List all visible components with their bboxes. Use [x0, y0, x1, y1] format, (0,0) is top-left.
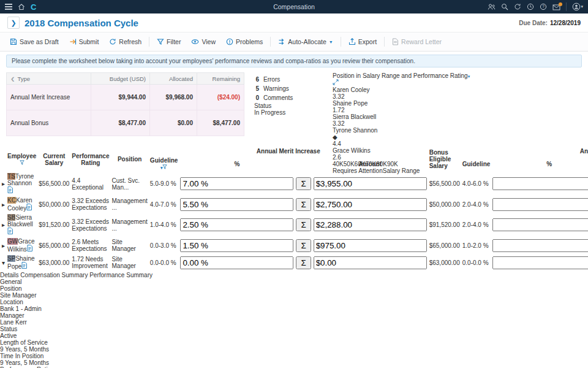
auto-allocate-icon: [278, 38, 285, 45]
merit-percent-input[interactable]: [180, 239, 293, 252]
collapse-summary-icon[interactable]: ❮: [10, 77, 15, 82]
issue-errors[interactable]: 6Errors: [254, 75, 323, 84]
filter-icon: [157, 38, 164, 45]
avatar: SP: [7, 255, 15, 262]
sync-icon[interactable]: [514, 3, 521, 10]
row-expander[interactable]: ▸: [1, 213, 6, 236]
tab-performance-summary[interactable]: Performance Summary: [89, 272, 153, 278]
budget-row-merit[interactable]: Annual Merit Increase $9,944.00 $9,968.0…: [7, 85, 244, 110]
rating-badge: 3.32: [333, 120, 472, 127]
merit-percent-input[interactable]: [180, 218, 293, 231]
position-cell: Management ...: [111, 196, 148, 212]
bonus-percent-input[interactable]: [492, 256, 588, 269]
current-salary-cell: $63,000.00: [38, 255, 70, 270]
budget-row-bonus[interactable]: Annual Bonus $8,477.00 $0.00 $8,477.00: [7, 110, 244, 136]
filter-funnel-icon[interactable]: [20, 159, 24, 166]
search-icon[interactable]: [501, 3, 508, 10]
merit-amount-input[interactable]: [314, 218, 427, 231]
performance-rating-link[interactable]: 3.32 Exceeds Expectations: [71, 213, 110, 236]
page-title: 2018 Compensation Cycle: [24, 18, 138, 28]
issue-warnings[interactable]: 5Warnings: [254, 84, 323, 93]
reward-letter-button[interactable]: Reward Letter: [387, 36, 447, 48]
merit-sum-button[interactable]: Σ: [296, 239, 311, 252]
people-icon[interactable]: [488, 3, 496, 10]
merit-sum-button[interactable]: Σ: [296, 218, 311, 231]
bonus-percent-input[interactable]: [492, 239, 588, 252]
submit-icon: [69, 38, 77, 45]
row-expander[interactable]: ▸: [1, 196, 6, 212]
notes-icon[interactable]: [26, 205, 32, 212]
bonus-percent-input[interactable]: [492, 177, 588, 190]
merit-percent-input[interactable]: [180, 256, 293, 269]
employee-row[interactable]: ▸GWGrace Wilkins$65,000.002.6 Meets Expe…: [1, 237, 588, 253]
position-cell: Cust. Svc. Man...: [111, 172, 148, 195]
performance-rating-link[interactable]: 3.32 Exceeds Expectations: [71, 196, 110, 212]
chart-legend-item: Salary Range: [383, 167, 420, 174]
bonus-percent-input[interactable]: [492, 198, 588, 211]
chart-row[interactable]: Karen Cooley3.32: [333, 86, 472, 100]
merit-amount-input[interactable]: [314, 198, 427, 211]
clock-icon[interactable]: [527, 3, 534, 10]
chart-menu-caret[interactable]: ▾: [468, 74, 470, 79]
notes-icon[interactable]: [27, 246, 32, 253]
general-field-row: Time In Position9 Years, 5 Months: [0, 353, 588, 366]
employee-row[interactable]: ▸KCKaren Cooley$50,000.003.32 Exceeds Ex…: [1, 196, 588, 212]
bonus-eligible-cell: $50,000.00: [429, 196, 461, 212]
merit-amount-input[interactable]: [314, 256, 427, 269]
profile-icon[interactable]: ▾: [572, 2, 583, 11]
export-icon: [349, 38, 356, 45]
general-panel: General PositionSite ManagerLocationBank…: [0, 278, 588, 368]
export-button[interactable]: Export: [344, 36, 382, 48]
notes-icon[interactable]: [7, 188, 13, 194]
performance-rating-link[interactable]: 4.4 Exceptional: [71, 172, 110, 195]
performance-rating-link[interactable]: 2.6 Meets Expectations: [71, 237, 110, 253]
bonus-guideline-cell: 2.0-4.0 %: [462, 213, 491, 236]
expand-cycle-icon[interactable]: ❯: [7, 17, 20, 29]
row-expander[interactable]: ▸: [1, 172, 6, 195]
submit-button[interactable]: Submit: [64, 36, 104, 48]
refresh-button[interactable]: Refresh: [104, 36, 146, 48]
help-icon[interactable]: ?: [540, 3, 547, 10]
performance-rating-link[interactable]: 1.72 Needs Improvement: [71, 255, 110, 270]
chart-row[interactable]: Tyrone Shannon◆4.4: [333, 127, 472, 147]
employee-header: Employee: [7, 153, 36, 159]
chart-legend-item: Requires Attention: [333, 167, 383, 174]
merit-sum-button[interactable]: Σ: [296, 177, 311, 190]
view-button[interactable]: View: [186, 36, 221, 48]
row-expander[interactable]: ▸: [1, 237, 6, 253]
notes-icon[interactable]: [7, 229, 13, 236]
merit-amount-input[interactable]: [314, 239, 427, 252]
salary-range-chart: Position in Salary Range and Performance…: [333, 72, 472, 145]
avatar: SB: [7, 214, 15, 221]
filter-button[interactable]: Filter: [152, 36, 186, 48]
employee-row[interactable]: ▸SBSierra Blackwell$91,520.003.32 Exceed…: [1, 213, 588, 236]
tab-details[interactable]: Details: [0, 272, 19, 278]
mail-icon[interactable]: [552, 4, 560, 10]
employee-row[interactable]: ▾SPShaine Pope$63,000.001.72 Needs Impro…: [1, 255, 588, 270]
tab-compensation-summary[interactable]: Compensation Summary: [20, 272, 88, 278]
rating-badge: 3.32: [333, 93, 472, 100]
general-field-row: PositionSite Manager: [0, 285, 588, 299]
merit-sum-button[interactable]: Σ: [296, 256, 311, 269]
save-as-draft-button[interactable]: Save as Draft: [5, 36, 64, 48]
detail-panels: General PositionSite ManagerLocationBank…: [0, 278, 588, 368]
merit-sum-button[interactable]: Σ: [296, 198, 311, 211]
detail-tabs: Details Compensation Summary Performance…: [0, 272, 588, 278]
chart-row[interactable]: Shaine Pope1.72: [333, 100, 472, 113]
merit-amount-input[interactable]: [314, 177, 427, 190]
chart-row[interactable]: Sierra Blackwell3.32: [333, 113, 472, 127]
position-cell: Management ...: [111, 213, 148, 236]
problems-button[interactable]: Problems: [221, 36, 268, 48]
row-expander[interactable]: ▾: [1, 255, 6, 270]
chart-expand-icon[interactable]: [333, 80, 339, 86]
merit-percent-input[interactable]: [180, 177, 293, 190]
filter-funnel-icon[interactable]: [162, 164, 167, 171]
bonus-guideline-cell: 4.0-6.0 %: [462, 172, 491, 195]
merit-guideline-cell: 0.0-0.0 %: [149, 255, 179, 270]
issue-comments[interactable]: 0Comments: [254, 93, 323, 102]
bonus-percent-input[interactable]: [492, 218, 588, 231]
merit-percent-input[interactable]: [180, 198, 293, 211]
employee-row[interactable]: ▸TSTyrone Shannon$56,500.004.4 Exception…: [1, 172, 588, 195]
notes-icon[interactable]: [21, 263, 27, 270]
auto-allocate-button[interactable]: Auto-Allocate ▼: [273, 36, 337, 48]
